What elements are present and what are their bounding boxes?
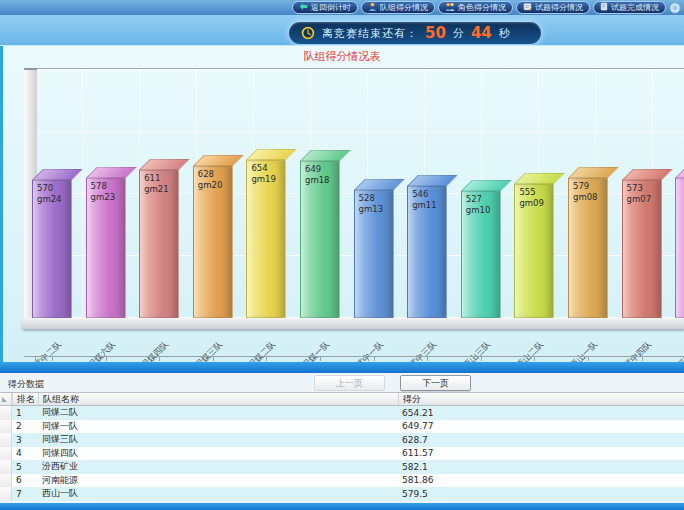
toolbar-button-label: 返回倒计时 xyxy=(311,2,351,13)
cell-team: 同煤一队 xyxy=(38,420,398,433)
cell-score: 582.1 xyxy=(398,462,684,472)
score-table-header: 排名 队组名称 得分 xyxy=(0,392,684,406)
prev-page-button[interactable]: 上一页 xyxy=(314,375,385,391)
toolbar-button-label: 角色得分情况 xyxy=(458,2,506,13)
cell-team: 同煤四队 xyxy=(38,447,398,460)
toolbar: 返回倒计时队组得分情况角色得分情况试题得分情况试题完成情况 xyxy=(0,0,684,15)
table-row-7[interactable]: 7西山一队579.5 xyxy=(0,487,684,501)
cell-rank: 4 xyxy=(12,448,38,458)
bar-value-label: 528 gm13 xyxy=(359,193,384,215)
countdown-minutes-unit: 分 xyxy=(453,26,464,41)
bar-value-label: 546 gm11 xyxy=(412,189,437,211)
bar-value-label: 654 gm19 xyxy=(251,163,276,185)
col-header-score[interactable]: 得分 xyxy=(398,393,684,405)
toolbar-button-1[interactable]: 队组得分情况 xyxy=(361,1,435,14)
bar-同煤四队: 611 gm21 xyxy=(139,170,179,318)
cell-rank: 2 xyxy=(12,421,38,431)
score-data-section: 得分数据 上一页 下一页 排名 队组名称 得分 1同煤二队654.212同煤一队… xyxy=(0,373,684,503)
bar-西山二队: 555 gm09 xyxy=(514,184,554,318)
toolbar-button-3[interactable]: 试题得分情况 xyxy=(516,1,590,14)
people-icon xyxy=(445,2,455,13)
cell-team: 同煤二队 xyxy=(38,406,398,419)
bar-value-label: 570 gm24 xyxy=(37,183,62,205)
chart-x-axis-ticks xyxy=(24,356,684,361)
countdown-prefix: 离竞赛结束还有： xyxy=(322,26,418,41)
table-row-6[interactable]: 6河南能源581.86 xyxy=(0,474,684,488)
bar-value-label: 649 gm18 xyxy=(305,164,330,186)
bar-front-face xyxy=(675,178,684,318)
page: 返回倒计时队组得分情况角色得分情况试题得分情况试题完成情况 离竞赛结束还有： 5… xyxy=(0,0,684,510)
col-header-team[interactable]: 队组名称 xyxy=(38,393,398,405)
bar-同煤六队: 578 gm23 xyxy=(86,178,126,318)
toolbar-button-label: 队组得分情况 xyxy=(380,2,428,13)
bar-同煤二队: 654 gm19 xyxy=(246,160,286,318)
bar-冀中三队: 546 gm11 xyxy=(407,186,447,318)
header-gutter xyxy=(0,393,12,405)
bar-西山一队: 579 gm08 xyxy=(568,178,608,318)
bar-冀中一队: 528 gm13 xyxy=(354,190,394,318)
row-gutter xyxy=(0,487,12,501)
cell-score: 654.21 xyxy=(398,408,684,418)
quiz-score-icon xyxy=(523,2,532,13)
toolbar-button-0[interactable]: 返回倒计时 xyxy=(292,1,358,14)
countdown-band: 离竞赛结束还有： 50 分 44 秒 xyxy=(0,15,684,46)
bar-同煤一队: 649 gm18 xyxy=(300,161,340,318)
cell-rank: 3 xyxy=(12,435,38,445)
quiz-complete-icon xyxy=(600,2,608,13)
cell-rank: 1 xyxy=(12,408,38,418)
toolbar-button-2[interactable]: 角色得分情况 xyxy=(438,1,513,14)
panel-left-edge xyxy=(0,46,3,362)
bar-value-label: 611 gm21 xyxy=(144,173,169,195)
bar-value-label: 578 gm23 xyxy=(91,181,116,203)
countdown-seconds: 44 xyxy=(471,26,492,41)
table-row-2[interactable]: 2同煤一队649.77 xyxy=(0,420,684,434)
col-header-rank[interactable]: 排名 xyxy=(12,393,38,405)
bar-河南能源 xyxy=(675,178,684,318)
cell-team: 河南能源 xyxy=(38,474,398,487)
cell-rank: 6 xyxy=(12,475,38,485)
table-row-5[interactable]: 5汾西矿业582.1 xyxy=(0,460,684,474)
bar-value-label: 555 gm09 xyxy=(519,187,544,209)
bar-value-label: 579 gm08 xyxy=(573,181,598,203)
status-circle-icon[interactable] xyxy=(669,2,681,14)
row-gutter xyxy=(0,447,12,461)
toolbar-button-label: 试题得分情况 xyxy=(535,2,583,13)
cell-score: 628.7 xyxy=(398,435,684,445)
cell-rank: 7 xyxy=(12,489,38,499)
back-arrow-icon xyxy=(299,2,308,13)
person-icon xyxy=(368,2,377,13)
table-row-1[interactable]: 1同煤二队654.21 xyxy=(0,406,684,420)
toolbar-button-4[interactable]: 试题完成情况 xyxy=(593,1,666,14)
bar-value-label: 527 gm10 xyxy=(466,194,491,216)
divider-band xyxy=(0,362,684,373)
row-gutter xyxy=(0,460,12,474)
cell-team: 同煤三队 xyxy=(38,433,398,446)
bar-冀中四队: 573 gm07 xyxy=(622,180,662,318)
cell-score: 581.86 xyxy=(398,475,684,485)
countdown-minutes: 50 xyxy=(425,26,446,41)
table-row-3[interactable]: 3同煤三队628.7 xyxy=(0,433,684,447)
row-gutter xyxy=(0,406,12,420)
score-table: 排名 队组名称 得分 1同煤二队654.212同煤一队649.773同煤三队62… xyxy=(0,392,684,501)
score-table-body: 1同煤二队654.212同煤一队649.773同煤三队628.74同煤四队611… xyxy=(0,406,684,501)
row-gutter xyxy=(0,474,12,488)
chart-3d-floor xyxy=(22,318,684,329)
cell-score: 611.57 xyxy=(398,448,684,458)
cell-team: 汾西矿业 xyxy=(38,460,398,473)
countdown-seconds-unit: 秒 xyxy=(499,26,510,41)
table-row-4[interactable]: 4同煤四队611.57 xyxy=(0,447,684,461)
row-gutter xyxy=(0,433,12,447)
section-label: 得分数据 xyxy=(8,378,44,391)
row-gutter xyxy=(0,420,12,434)
next-page-button[interactable]: 下一页 xyxy=(400,375,471,391)
bar-冀中二队: 570 gm24 xyxy=(32,180,72,318)
bar-value-label: 573 gm07 xyxy=(627,183,652,205)
bar-同煤三队: 628 gm20 xyxy=(193,166,233,318)
bar-value-label: 628 gm20 xyxy=(198,169,223,191)
bottom-edge-band xyxy=(0,503,684,510)
bar-西山三队: 527 gm10 xyxy=(461,191,501,318)
countdown-pill: 离竞赛结束还有： 50 分 44 秒 xyxy=(289,22,541,44)
cell-score: 579.5 xyxy=(398,489,684,499)
clock-icon xyxy=(301,26,315,40)
chart-title: 队组得分情况表 xyxy=(0,49,684,64)
